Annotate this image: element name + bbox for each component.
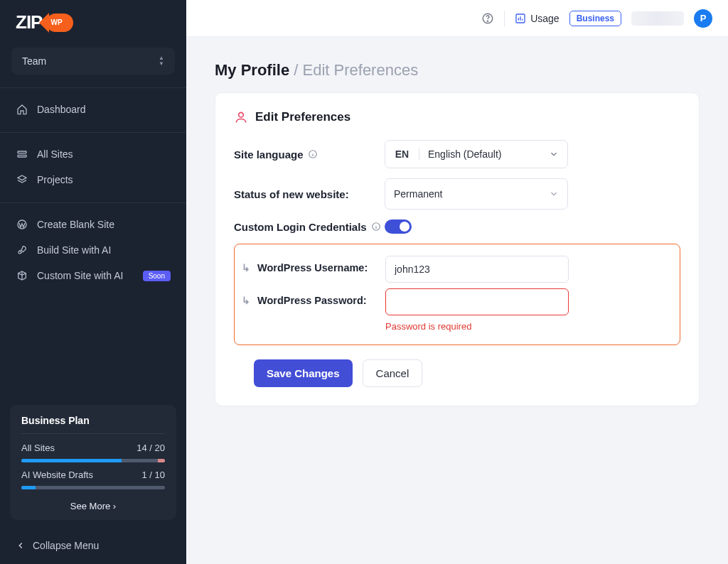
indent-arrow-icon: ↳ [242,295,250,306]
team-selector[interactable]: Team ▲▼ [11,48,175,75]
nav-dashboard[interactable]: Dashboard [6,97,181,122]
chevron-left-icon [16,541,26,551]
svg-rect-0 [18,151,26,153]
chevron-down-icon [540,149,567,159]
chart-icon [515,13,526,24]
language-select[interactable]: EN English (Default) [385,140,568,168]
row-custom-login: Custom Login Credentials [234,219,680,234]
nav-allsites[interactable]: All Sites [6,141,181,167]
plan-row-sites: All Sites 14 / 20 [21,443,165,453]
profile-icon [234,110,248,124]
lang-value: English (Default) [419,148,540,160]
row-language: Site language EN English (Default) [234,140,680,168]
collapse-menu[interactable]: Collapse Menu [0,530,186,564]
row-wp-username: ↳ WordPress Username: [242,256,673,283]
svg-point-6 [239,112,244,117]
breadcrumb-sep: / [294,61,298,79]
svg-rect-1 [18,155,26,157]
nav-label: Dashboard [37,104,86,115]
status-label: Status of new website: [234,188,385,200]
plan-title: Business Plan [21,415,165,426]
nav-label: All Sites [37,148,73,160]
plan-row-drafts: AI Website Drafts 1 / 10 [21,470,165,480]
nav-label: Projects [37,174,73,185]
breadcrumb: My Profile / Edit Preferences [215,61,700,80]
main: Usage Business P My Profile / Edit Prefe… [186,0,728,564]
password-error: Password is required [385,321,569,332]
wp-password-label: ↳ WordPress Password: [242,288,385,306]
breadcrumb-sub: Edit Preferences [303,61,419,79]
avatar[interactable]: P [694,9,712,28]
logo[interactable]: ZIP WP [0,0,186,48]
usage-link[interactable]: Usage [515,13,559,24]
content: My Profile / Edit Preferences Edit Prefe… [186,37,728,430]
nav-buildai[interactable]: Build Site with AI [6,237,181,263]
sidebar: ZIP WP Team ▲▼ Dashboard All Sites Proje… [0,0,186,564]
row-status: Status of new website: Permanent [234,178,680,210]
usage-label: Usage [530,13,559,24]
plan-bar-sites [21,459,165,462]
nav-label: Create Blank Site [37,219,114,230]
plan-row-value: 1 / 10 [141,470,165,480]
card-header: Edit Preferences [234,110,680,124]
plan-bar-drafts [21,486,165,489]
info-icon[interactable] [308,149,318,160]
lang-label: Site language [234,148,385,161]
nav-projects[interactable]: Projects [6,167,181,192]
nav-label: Build Site with AI [37,244,111,256]
team-label: Team [22,55,46,67]
svg-point-4 [488,21,488,21]
business-badge[interactable]: Business [569,11,621,26]
nav-createblank[interactable]: Create Blank Site [6,212,181,237]
wp-username-label: ↳ WordPress Username: [242,256,385,273]
chevrons-updown-icon: ▲▼ [159,56,164,66]
cube-icon [16,269,28,282]
topbar: Usage Business P [186,0,728,37]
logo-text: ZIP [16,11,42,33]
wordpress-icon [16,218,28,231]
breadcrumb-main: My Profile [215,61,289,79]
nav-label: Custom Site with AI [37,270,123,281]
plan-row-label: All Sites [21,443,55,453]
preferences-card: Edit Preferences Site language EN Englis… [215,92,700,406]
status-value: Permanent [394,188,442,200]
custom-login-toggle[interactable] [385,219,412,234]
plan-row-label: AI Website Drafts [21,470,93,480]
credentials-box: ↳ WordPress Username: ↳ WordPress Passwo… [234,244,680,345]
indent-arrow-icon: ↳ [242,262,250,273]
plan-row-value: 14 / 20 [136,443,165,453]
row-wp-password: ↳ WordPress Password: Password is requir… [242,288,673,332]
custom-login-label: Custom Login Credentials [234,221,385,233]
collapse-label: Collapse Menu [33,540,99,551]
layers-icon [16,173,28,186]
nav-group-create: Create Blank Site Build Site with AI Cus… [0,202,186,293]
chevron-right-icon: › [113,501,116,511]
rocket-icon [16,244,28,256]
save-button[interactable]: Save Changes [254,359,353,387]
separator [504,11,505,26]
nav-group-main: Dashboard [0,87,186,126]
lang-code: EN [385,148,419,160]
see-more-link[interactable]: See More › [21,497,165,511]
logo-wp-badge: WP [46,13,73,32]
info-icon[interactable] [371,222,382,232]
status-select[interactable]: Permanent [385,178,568,210]
nav-group-sites: All Sites Projects [0,132,186,197]
loading-placeholder [631,11,684,26]
plan-card: Business Plan All Sites 14 / 20 AI Websi… [10,405,176,520]
cancel-button[interactable]: Cancel [363,359,423,387]
wp-username-input[interactable] [385,256,569,283]
sites-icon [16,148,28,161]
wp-password-input[interactable] [385,288,569,315]
nav-customai[interactable]: Custom Site with AI Soon [6,263,181,288]
card-title: Edit Preferences [255,110,350,124]
form-actions: Save Changes Cancel [254,359,680,387]
home-icon [16,103,28,116]
help-icon[interactable] [481,12,494,25]
chevron-down-icon [549,189,559,199]
soon-badge: Soon [143,271,171,281]
